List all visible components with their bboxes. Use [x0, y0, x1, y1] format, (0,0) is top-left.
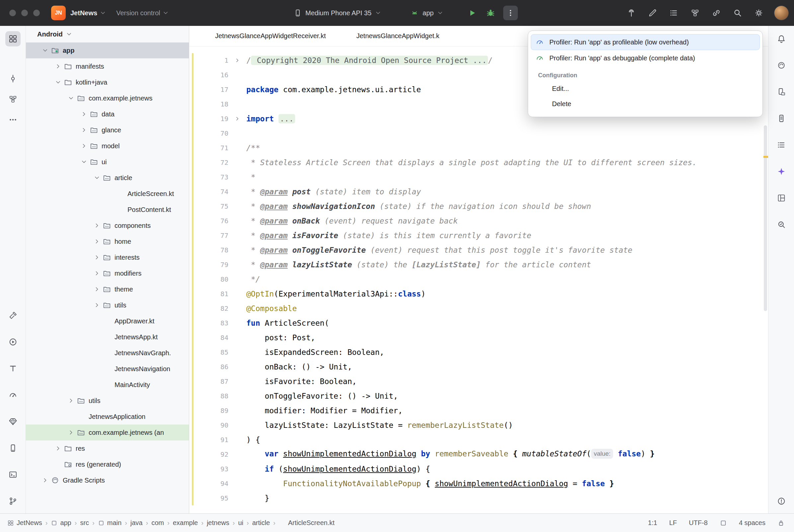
code-line-91[interactable]: 91 ) { [189, 433, 768, 447]
line-number[interactable]: 72 [189, 158, 228, 167]
minimize-window-button[interactable] [21, 10, 28, 16]
editor-tab-jetnewsglanceappwidgetreceiver-kt[interactable]: JetnewsGlanceAppWidgetReceiver.kt [204, 32, 326, 40]
line-number[interactable]: 70 [189, 129, 228, 137]
tree-item-mainactivity[interactable]: MainActivity [26, 377, 189, 393]
tree-chevron[interactable] [40, 475, 50, 485]
tree-item-utils[interactable]: utils [26, 297, 189, 313]
tree-chevron[interactable] [92, 252, 102, 262]
line-ending[interactable]: LF [669, 519, 677, 527]
code-line-75[interactable]: 75 * @param showNavigationIcon (state) i… [189, 199, 768, 214]
layout-inspector-tool-button[interactable] [774, 190, 789, 206]
code-line-90[interactable]: 90 lazyListState: LazyListState = rememb… [189, 418, 768, 433]
version-control-tool-button[interactable] [5, 494, 21, 509]
tree-chevron[interactable] [66, 93, 76, 103]
code-line-87[interactable]: 87 isFavorite: Boolean, [189, 374, 768, 389]
code-line-80[interactable]: 80 */ [189, 272, 768, 287]
tree-item-com-example-jetnews[interactable]: com.example.jetnews [26, 90, 189, 106]
tree-item-res[interactable]: res [26, 440, 189, 456]
editor-tab-jetnewsglanceappwidget-k[interactable]: JetnewsGlanceAppWidget.k [345, 32, 440, 40]
line-number[interactable]: 94 [189, 480, 228, 488]
structure-tool-button[interactable] [5, 92, 21, 107]
tree-item-ui[interactable]: ui [26, 154, 189, 170]
tree-item-kotlin-java[interactable]: kotlin+java [26, 74, 189, 90]
line-number[interactable]: 90 [189, 421, 228, 429]
device-explorer-tool-button[interactable] [774, 84, 789, 99]
tree-item-article[interactable]: article [26, 170, 189, 186]
run-button[interactable] [465, 6, 479, 20]
todo-tool-button[interactable] [5, 361, 21, 376]
code-line-94[interactable]: 94 FunctionalityNotAvailablePopup { show… [189, 476, 768, 491]
gemini-tool-button[interactable] [774, 164, 789, 179]
line-number[interactable]: 80 [189, 275, 228, 283]
line-number[interactable]: 83 [189, 319, 228, 327]
tree-chevron[interactable] [79, 141, 89, 151]
code-line-70[interactable]: 70 [189, 126, 768, 140]
more-tool-button[interactable] [5, 112, 21, 127]
maximize-window-button[interactable] [33, 10, 40, 16]
tree-item-model[interactable]: model [26, 138, 189, 154]
line-number[interactable]: 84 [189, 334, 228, 342]
popup-item-1[interactable]: Profiler: Run 'app' as debuggable (compl… [531, 50, 760, 66]
tree-chevron[interactable] [53, 443, 63, 453]
breadcrumb-jetnews[interactable]: JetNews [7, 519, 42, 527]
inspection-marker[interactable] [763, 156, 768, 158]
line-number[interactable]: 79 [189, 261, 228, 269]
device-manager-tool-button[interactable] [5, 440, 21, 456]
line-number[interactable]: 91 [189, 436, 228, 444]
breadcrumb-com[interactable]: com [151, 519, 164, 527]
tree-item-components[interactable]: components [26, 217, 189, 233]
vcs-menu[interactable]: Version control [116, 9, 169, 17]
user-avatar[interactable] [774, 6, 789, 20]
breadcrumb-article[interactable]: article [252, 519, 270, 527]
fold-icon[interactable] [228, 57, 246, 63]
line-number[interactable]: 78 [189, 246, 228, 254]
tree-item-res-generated[interactable]: res (generated) [26, 456, 189, 472]
share-button[interactable] [710, 7, 722, 19]
tree-chevron[interactable] [79, 125, 89, 135]
breadcrumb-articlescreen-kt[interactable]: ArticleScreen.kt [279, 519, 335, 527]
app-insights-tool-button[interactable] [774, 217, 789, 232]
code-line-84[interactable]: 84 post: Post, [189, 330, 768, 345]
line-number[interactable]: 74 [189, 188, 228, 196]
more-run-options-button[interactable] [503, 6, 518, 20]
line-number[interactable]: 88 [189, 392, 228, 400]
tree-item-home[interactable]: home [26, 233, 189, 249]
code-line-81[interactable]: 81 @OptIn(ExperimentalMaterial3Api::clas… [189, 287, 768, 301]
line-number[interactable]: 95 [189, 494, 228, 502]
tree-chevron[interactable] [92, 300, 102, 310]
tree-chevron[interactable] [92, 236, 102, 246]
line-number[interactable]: 81 [189, 290, 228, 298]
breadcrumb-jetnews[interactable]: jetnews [207, 519, 229, 527]
tree-chevron[interactable] [92, 173, 102, 183]
tree-item-jetnewsapp-kt[interactable]: JetnewsApp.kt [26, 329, 189, 345]
line-number[interactable]: 18 [189, 100, 228, 108]
build-tool-button[interactable] [5, 308, 21, 323]
code-line-93[interactable]: 93 if (showUnimplementedActionDialog) { [189, 462, 768, 476]
project-tool-button[interactable] [5, 31, 21, 46]
tree-chevron[interactable] [53, 61, 63, 71]
line-number[interactable]: 82 [189, 304, 228, 312]
code-line-82[interactable]: 82 @Composable [189, 301, 768, 316]
code-line-71[interactable]: 71 /** [189, 140, 768, 155]
breadcrumb-java[interactable]: java [130, 519, 143, 527]
line-number[interactable]: 75 [189, 202, 228, 210]
project-view-selector[interactable]: Android [26, 26, 189, 42]
tree-chevron[interactable] [40, 45, 50, 55]
ai-assistant-button[interactable] [647, 7, 659, 19]
tree-item-appdrawer-kt[interactable]: AppDrawer.kt [26, 313, 189, 329]
problems-tool-button[interactable] [774, 494, 789, 509]
line-number[interactable]: 19 [189, 115, 228, 123]
breadcrumb-app[interactable]: app [51, 519, 71, 527]
tree-item-modifiers[interactable]: modifiers [26, 265, 189, 281]
tree-item-gradle-scripts[interactable]: Gradle Scripts [26, 472, 189, 488]
code-line-72[interactable]: 72 * Stateless Article Screen that displ… [189, 155, 768, 170]
breadcrumb-src[interactable]: src [80, 519, 89, 527]
breadcrumb-ui[interactable]: ui [238, 519, 243, 527]
tree-item-com-example-jetnews-an[interactable]: com.example.jetnews (an [26, 424, 189, 440]
code-line-86[interactable]: 86 onBack: () -> Unit, [189, 360, 768, 374]
line-number[interactable]: 73 [189, 173, 228, 181]
project-menu[interactable]: JetNews [70, 9, 106, 17]
tree-item-interests[interactable]: interests [26, 249, 189, 265]
line-number[interactable]: 86 [189, 363, 228, 371]
terminal-tool-button[interactable] [5, 467, 21, 482]
